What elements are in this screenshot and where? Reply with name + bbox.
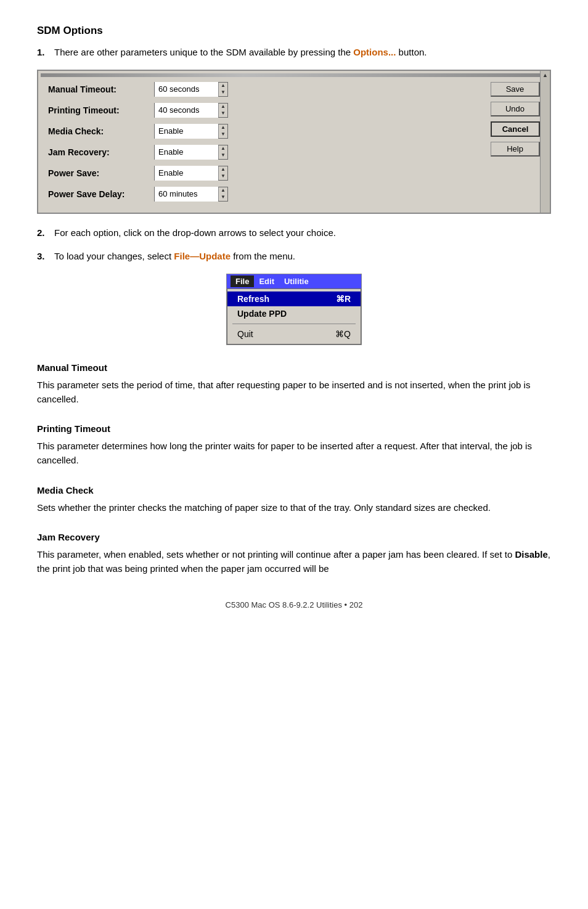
label-jam-recovery: Jam Recovery:: [48, 147, 147, 157]
label-power-save: Power Save:: [48, 168, 147, 178]
undo-button[interactable]: Undo: [491, 102, 540, 116]
arrow-down-powersave[interactable]: ▼: [219, 173, 227, 180]
step-2: 2. For each option, click on the drop-do…: [37, 226, 551, 240]
subsection-jam-recovery-title: Jam Recovery: [37, 532, 551, 542]
save-button[interactable]: Save: [491, 82, 540, 97]
menu-screenshot: File Edit Utilitie Refresh ⌘R Update PPD…: [226, 274, 362, 345]
dialog-row-jam-recovery: Jam Recovery: Enable ▲ ▼: [48, 145, 463, 160]
select-value-manual-timeout: 60 seconds: [155, 82, 218, 97]
menu-bar-utilitie[interactable]: Utilitie: [279, 275, 314, 287]
arrow-down-media[interactable]: ▼: [219, 131, 227, 138]
subsection-media-check-body: Sets whether the printer checks the matc…: [37, 500, 551, 515]
label-power-save-delay: Power Save Delay:: [48, 189, 147, 199]
menu-item-quit-shortcut: ⌘Q: [335, 329, 351, 339]
select-value-printing-timeout: 40 seconds: [155, 103, 218, 118]
step-3-content: To load your changes, select File—Update…: [54, 250, 551, 264]
step-3-number: 3.: [37, 250, 54, 264]
step-2-content: For each option, click on the drop-down …: [54, 226, 551, 240]
disable-bold: Disable: [515, 549, 547, 560]
dialog-row-manual-timeout: Manual Timeout: 60 seconds ▲ ▼: [48, 82, 463, 97]
dialog-buttons: Save Undo Cancel Help: [491, 82, 540, 202]
arrows-printing-timeout[interactable]: ▲ ▼: [218, 104, 227, 117]
select-power-save[interactable]: Enable ▲ ▼: [154, 166, 228, 181]
dialog-row-power-save-delay: Power Save Delay: 60 minutes ▲ ▼: [48, 187, 463, 202]
menu-item-refresh-label: Refresh: [237, 294, 269, 304]
menu-item-update-ppd-label: Update PPD: [237, 309, 287, 319]
label-media-check: Media Check:: [48, 126, 147, 136]
step-1-number: 1.: [37, 46, 54, 60]
arrows-manual-timeout[interactable]: ▲ ▼: [218, 83, 227, 96]
cancel-button[interactable]: Cancel: [491, 121, 540, 137]
select-printing-timeout[interactable]: 40 seconds ▲ ▼: [154, 103, 228, 118]
help-button[interactable]: Help: [491, 142, 540, 157]
step-3: 3. To load your changes, select File—Upd…: [37, 250, 551, 264]
menu-item-refresh-shortcut: ⌘R: [336, 294, 351, 304]
menu-item-update-ppd[interactable]: Update PPD: [227, 306, 361, 321]
subsection-manual-timeout-body: This parameter sets the period of time, …: [37, 378, 551, 407]
dialog-box: Manual Timeout: 60 seconds ▲ ▼ Printing …: [37, 70, 551, 214]
arrows-power-save-delay[interactable]: ▲ ▼: [218, 187, 227, 201]
menu-bar-file[interactable]: File: [231, 275, 254, 287]
label-manual-timeout: Manual Timeout:: [48, 84, 147, 94]
subsection-media-check-title: Media Check: [37, 485, 551, 495]
select-value-power-save-delay: 60 minutes: [155, 187, 218, 202]
dialog-scrollbar[interactable]: [540, 71, 550, 213]
menu-item-quit[interactable]: Quit ⌘Q: [227, 327, 361, 341]
section-title: SDM Options: [37, 25, 551, 37]
menu-bar-edit[interactable]: Edit: [254, 275, 279, 287]
menu-item-quit-label: Quit: [237, 329, 253, 339]
arrow-up-psd[interactable]: ▲: [219, 187, 227, 194]
dialog-fields: Manual Timeout: 60 seconds ▲ ▼ Printing …: [48, 82, 476, 202]
arrow-up-jam[interactable]: ▲: [219, 145, 227, 152]
step-1: 1. There are other parameters unique to …: [37, 46, 551, 60]
arrows-jam-recovery[interactable]: ▲ ▼: [218, 145, 227, 159]
select-power-save-delay[interactable]: 60 minutes ▲ ▼: [154, 187, 228, 202]
menu-item-refresh[interactable]: Refresh ⌘R: [227, 291, 361, 306]
step-1-content: There are other parameters unique to the…: [54, 46, 551, 60]
subsection-jam-recovery-body: This parameter, when enabled, sets wheth…: [37, 547, 551, 576]
select-value-jam-recovery: Enable: [155, 145, 218, 160]
dialog-row-media-check: Media Check: Enable ▲ ▼: [48, 124, 463, 139]
subsection-printing-timeout-body: This parameter determines how long the p…: [37, 439, 551, 468]
select-manual-timeout[interactable]: 60 seconds ▲ ▼: [154, 82, 228, 97]
menu-separator: [232, 324, 356, 324]
arrow-up-powersave[interactable]: ▲: [219, 166, 227, 173]
file-update-link[interactable]: File—Update: [174, 251, 231, 261]
arrow-up-printing[interactable]: ▲: [219, 104, 227, 110]
arrow-up-media[interactable]: ▲: [219, 124, 227, 131]
subsection-printing-timeout-title: Printing Timeout: [37, 423, 551, 434]
arrow-down-jam[interactable]: ▼: [219, 152, 227, 159]
menu-items: Refresh ⌘R Update PPD Quit ⌘Q: [227, 288, 361, 344]
select-media-check[interactable]: Enable ▲ ▼: [154, 124, 228, 139]
page-footer: C5300 Mac OS 8.6-9.2.2 Utilities • 202: [37, 600, 551, 609]
dialog-row-printing-timeout: Printing Timeout: 40 seconds ▲ ▼: [48, 103, 463, 118]
options-link[interactable]: Options...: [353, 47, 396, 57]
arrow-up-manual[interactable]: ▲: [219, 83, 227, 89]
arrows-power-save[interactable]: ▲ ▼: [218, 166, 227, 180]
select-value-power-save: Enable: [155, 166, 218, 181]
step-2-number: 2.: [37, 226, 54, 240]
arrow-down-manual[interactable]: ▼: [219, 89, 227, 96]
dialog-row-power-save: Power Save: Enable ▲ ▼: [48, 166, 463, 181]
arrows-media-check[interactable]: ▲ ▼: [218, 124, 227, 138]
select-value-media-check: Enable: [155, 124, 218, 139]
subsection-manual-timeout-title: Manual Timeout: [37, 362, 551, 373]
arrow-down-psd[interactable]: ▼: [219, 194, 227, 201]
select-jam-recovery[interactable]: Enable ▲ ▼: [154, 145, 228, 160]
arrow-down-printing[interactable]: ▼: [219, 110, 227, 117]
label-printing-timeout: Printing Timeout:: [48, 105, 147, 115]
menu-box: File Edit Utilitie Refresh ⌘R Update PPD…: [226, 274, 362, 345]
menu-bar: File Edit Utilitie: [227, 274, 361, 288]
